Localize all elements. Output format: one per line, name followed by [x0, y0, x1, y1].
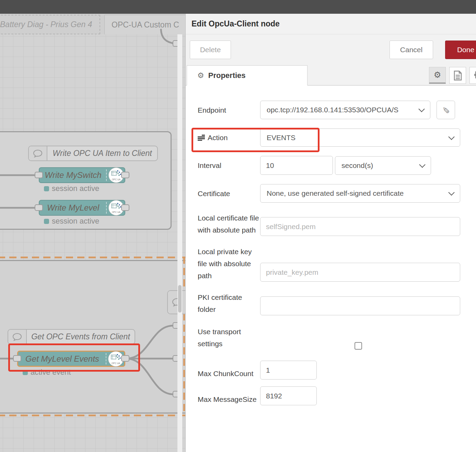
pki-label: PKI certificate folder [198, 291, 260, 315]
messagesize-label: Max MessageSize [198, 393, 260, 405]
certificate-value: None, use generated self-signed certific… [267, 189, 404, 197]
node-appearance-button[interactable] [469, 67, 476, 84]
tab-battery-diag[interactable]: Battery Diag - Prius Gen 4 [0, 15, 100, 34]
interval-input[interactable] [260, 156, 333, 175]
chunkcount-label: Max ChunkCount [198, 368, 260, 380]
private-key-input[interactable] [260, 263, 460, 282]
private-key-row: Local private key file with absolute pat… [198, 246, 476, 282]
messagesize-row: Max MessageSize [198, 386, 476, 405]
comment-node-write[interactable]: Write OPC UA Item to Client [28, 146, 158, 161]
local-cert-input[interactable] [260, 217, 460, 236]
status-dot-icon [23, 370, 28, 375]
tab-properties-label: Properties [208, 71, 246, 80]
chunkcount-row: Max ChunkCount [198, 361, 476, 380]
cancel-button[interactable]: Cancel [390, 41, 433, 59]
node-input-port[interactable] [35, 204, 43, 211]
tray-content: Endpoint opc.tcp://192.168.0.141:53530/O… [186, 86, 476, 452]
node-status: active event [23, 368, 71, 377]
max-messagesize-input[interactable] [260, 386, 317, 405]
node-label: Write MySwitch [42, 168, 105, 182]
tab-properties[interactable]: ⚙ Properties [187, 65, 307, 86]
tray-toolbar: Delete Cancel Done [186, 34, 476, 65]
status-text: active event [31, 368, 71, 377]
interval-label: Interval [198, 159, 260, 171]
action-list-icon [198, 135, 205, 141]
node-red-app: Battery Diag - Prius Gen 4 OPC-UA Custom… [0, 0, 476, 452]
comment-label: Get OPC Events from Client [27, 330, 135, 344]
node-description-button[interactable] [449, 67, 466, 84]
wire [126, 359, 173, 394]
local-cert-label: Local certificate file with absolute pat… [198, 212, 260, 236]
tab-opcua-custom[interactable]: OPC-UA Custom C [104, 15, 185, 34]
node-icon-separator [106, 169, 107, 181]
transport-settings-checkbox[interactable] [355, 342, 362, 350]
node-input-port[interactable] [35, 172, 43, 178]
node-icon-separator [106, 353, 106, 364]
node-write-myswitch[interactable]: Write MySwitch OPC UA [39, 167, 125, 183]
svg-text:OPC UA: OPC UA [112, 362, 120, 364]
action-select[interactable]: EVENTS [260, 128, 460, 147]
tray-title: Edit OpcUa-Client node [191, 19, 280, 29]
endpoint-select[interactable]: opc.tcp://192.168.0.141:53530/OPCUA/S [260, 101, 430, 119]
interval-row: Interval second(s) [198, 156, 476, 175]
transport-row: Use transport settings [198, 326, 476, 350]
interval-unit-select[interactable]: second(s) [335, 156, 431, 175]
node-output-port[interactable] [121, 204, 129, 211]
certificate-row: Certificate None, use generated self-sig… [198, 184, 476, 203]
comment-bubble-icon [29, 146, 47, 160]
node-status: session active [44, 217, 99, 226]
pki-folder-input[interactable] [260, 296, 460, 315]
delete-button[interactable]: Delete [190, 41, 231, 59]
node-settings-button[interactable]: ⚙ [429, 67, 446, 84]
tray-header: Edit OpcUa-Client node [186, 14, 476, 34]
svg-text:OPC UA: OPC UA [112, 211, 121, 213]
tray-tabrow: ⚙ Properties ⚙ [186, 65, 476, 86]
status-dot-icon [44, 219, 49, 224]
status-dot-icon [44, 186, 49, 191]
scrollbar-thumb[interactable] [178, 285, 182, 313]
gear-icon: ⚙ [434, 70, 441, 80]
certificate-label: Certificate [198, 188, 260, 200]
comment-label: Write OPC UA Item to Client [47, 146, 157, 160]
node-status: session active [44, 184, 99, 193]
pki-row: PKI certificate folder [198, 291, 476, 315]
gear-icon: ⚙ [197, 71, 204, 80]
status-text: session active [52, 217, 99, 226]
local-cert-row: Local certificate file with absolute pat… [198, 212, 476, 236]
comment-bubble-icon [8, 330, 27, 344]
edit-endpoint-button[interactable]: ✎ [437, 101, 455, 119]
node-write-mylevel[interactable]: Write MyLevel OPC UA [39, 200, 125, 216]
max-chunkcount-input[interactable] [260, 361, 317, 380]
tab-label: OPC-UA Custom C [112, 20, 179, 30]
node-output-port[interactable] [121, 355, 129, 362]
endpoint-value: opc.tcp://192.168.0.141:53530/OPCUA/S [267, 106, 398, 114]
node-label: Write MyLevel [42, 201, 105, 215]
tab-label: Battery Diag - Prius Gen 4 [0, 20, 92, 29]
node-icon-separator [106, 202, 107, 214]
done-button[interactable]: Done [445, 41, 476, 59]
flow-tabbar: Battery Diag - Prius Gen 4 OPC-UA Custom… [0, 14, 185, 34]
transport-label: Use transport settings [198, 326, 260, 350]
node-output-port[interactable] [121, 172, 129, 178]
appearance-icon [474, 70, 476, 81]
wires-layer [0, 34, 185, 452]
certificate-select[interactable]: None, use generated self-signed certific… [260, 184, 460, 203]
comment-bubble-icon [168, 291, 185, 314]
action-value: EVENTS [267, 134, 295, 142]
private-key-label: Local private key file with absolute pat… [198, 246, 260, 282]
edit-tray: Edit OpcUa-Client node Delete Cancel Don… [185, 14, 476, 452]
comment-node-partial[interactable] [167, 290, 185, 314]
workspace-vertical-scrollbar[interactable] [177, 34, 182, 452]
endpoint-label: Endpoint [198, 104, 260, 116]
interval-unit-value: second(s) [341, 161, 373, 170]
app-header-bar [0, 0, 476, 14]
node-input-port[interactable] [13, 355, 21, 362]
comment-node-get[interactable]: Get OPC Events from Client [8, 329, 135, 344]
node-get-mylevel-events[interactable]: Get MyLevel Events OPC UA [17, 351, 125, 367]
action-row: Action EVENTS [198, 128, 476, 147]
status-text: session active [52, 184, 99, 193]
flow-canvas[interactable]: Write OPC UA Item to Client Write MySwit… [0, 34, 185, 452]
document-icon [453, 70, 462, 81]
node-label: Get MyLevel Events [20, 352, 104, 366]
chevron-down-icon [418, 106, 425, 112]
